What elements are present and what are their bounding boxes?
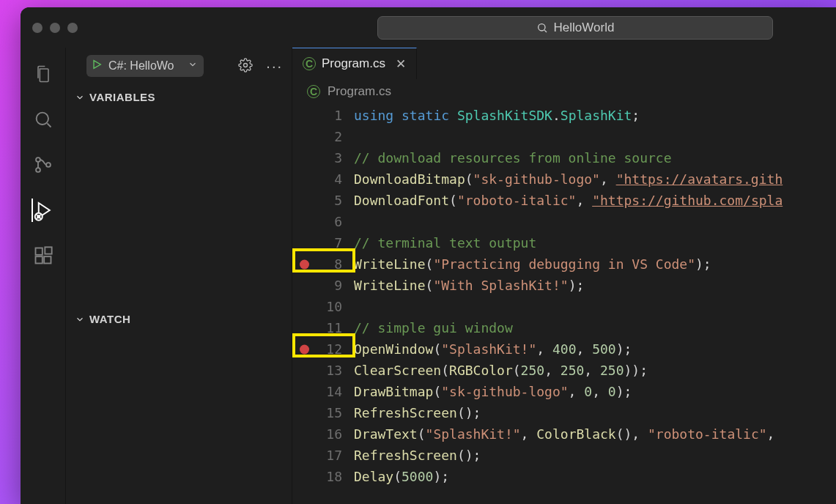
code-line[interactable]: [354, 211, 836, 232]
svg-rect-12: [45, 247, 51, 253]
code-line[interactable]: DrawText("SplashKit!", ColorBlack(), "ro…: [354, 423, 836, 445]
debug-toolbar: C#: HelloWo ···: [66, 48, 292, 85]
editor-tabs: C Program.cs ✕: [292, 48, 836, 80]
watch-section-header[interactable]: WATCH: [66, 307, 292, 331]
close-window-dot[interactable]: [32, 23, 42, 33]
chevron-down-icon[interactable]: [188, 59, 198, 73]
line-number[interactable]: 10: [292, 296, 342, 317]
search-text: HelloWorld: [554, 21, 615, 35]
start-debug-icon[interactable]: [91, 59, 103, 73]
variables-body: [66, 109, 292, 307]
code-content[interactable]: using static SplashKitSDK.SplashKit; // …: [354, 105, 836, 504]
code-line[interactable]: // download resources from online source: [354, 147, 836, 168]
code-line[interactable]: DrawBitmap("sk-github-logo", 0, 0);: [354, 381, 836, 402]
svg-point-6: [46, 163, 51, 167]
command-center-search[interactable]: HelloWorld: [377, 16, 773, 40]
svg-line-1: [544, 30, 547, 32]
code-line[interactable]: [354, 126, 836, 147]
debug-config-label: C#: HelloWo: [108, 59, 174, 73]
line-number[interactable]: 1: [292, 105, 342, 126]
vscode-window: HelloWorld: [21, 7, 836, 504]
explorer-icon[interactable]: [32, 62, 55, 86]
chevron-down-icon: [75, 314, 85, 325]
code-line[interactable]: OpenWindow("SplashKit!", 400, 500);: [354, 338, 836, 360]
line-number[interactable]: 12: [292, 338, 342, 360]
minimize-window-dot[interactable]: [50, 23, 60, 33]
code-line[interactable]: WriteLine("With SplashKit!");: [354, 275, 836, 296]
editor-group: C Program.cs ✕ C Program.cs 123456789101…: [292, 48, 836, 504]
svg-marker-13: [94, 61, 100, 69]
tab-label: Program.cs: [322, 56, 385, 71]
variables-section-header[interactable]: VARIABLES: [66, 85, 292, 109]
line-number[interactable]: 14: [292, 381, 342, 402]
more-icon[interactable]: ···: [266, 58, 283, 75]
line-number[interactable]: 6: [292, 211, 342, 232]
chevron-down-icon: [75, 92, 85, 103]
window-controls: [32, 23, 78, 33]
gear-icon[interactable]: [238, 58, 253, 75]
debug-config-selector[interactable]: C#: HelloWo: [86, 55, 204, 77]
titlebar: HelloWorld: [21, 7, 836, 48]
line-number[interactable]: 7: [292, 232, 342, 253]
code-line[interactable]: DownloadBitmap("sk-github-logo", "https:…: [354, 168, 836, 190]
search-icon: [536, 22, 548, 34]
activity-bar: [21, 48, 66, 504]
line-number[interactable]: 17: [292, 445, 342, 466]
source-control-icon[interactable]: [32, 153, 55, 177]
debug-sidebar: C#: HelloWo ··· VARIABLES: [66, 48, 292, 504]
extensions-icon[interactable]: [32, 244, 55, 267]
line-number[interactable]: 5: [292, 190, 342, 211]
line-number[interactable]: 16: [292, 423, 342, 445]
svg-rect-10: [35, 256, 42, 263]
code-line[interactable]: [354, 296, 836, 317]
run-debug-icon[interactable]: [32, 199, 55, 222]
code-line[interactable]: ClearScreen(RGBColor(250, 250, 250));: [354, 360, 836, 381]
line-number[interactable]: 2: [292, 126, 342, 147]
line-number[interactable]: 18: [292, 466, 342, 487]
breadcrumb[interactable]: C Program.cs: [292, 80, 836, 105]
tab-program-cs[interactable]: C Program.cs ✕: [292, 48, 417, 79]
svg-point-5: [36, 168, 40, 172]
code-line[interactable]: using static SplashKitSDK.SplashKit;: [354, 105, 836, 126]
code-line[interactable]: // simple gui window: [354, 317, 836, 338]
line-number-gutter[interactable]: 123456789101112131415161718: [292, 105, 354, 504]
line-number[interactable]: 4: [292, 168, 342, 190]
code-line[interactable]: RefreshScreen();: [354, 445, 836, 466]
code-line[interactable]: WriteLine("Practicing debugging in VS Co…: [354, 253, 836, 275]
close-tab-icon[interactable]: ✕: [396, 56, 406, 72]
line-number[interactable]: 15: [292, 402, 342, 423]
code-line[interactable]: DownloadFont("roboto-italic", "https://g…: [354, 190, 836, 211]
svg-line-3: [47, 123, 51, 127]
nav-arrows: [335, 21, 355, 34]
svg-rect-11: [44, 256, 51, 263]
search-activity-icon[interactable]: [32, 108, 55, 131]
line-number[interactable]: 11: [292, 317, 342, 338]
svg-point-4: [36, 158, 40, 162]
line-number[interactable]: 13: [292, 360, 342, 381]
code-editor[interactable]: 123456789101112131415161718 using static…: [292, 105, 836, 504]
csharp-file-icon: C: [307, 85, 320, 98]
line-number[interactable]: 3: [292, 147, 342, 168]
svg-point-14: [244, 63, 248, 67]
code-line[interactable]: RefreshScreen();: [354, 402, 836, 423]
svg-rect-9: [35, 248, 42, 255]
code-line[interactable]: Delay(5000);: [354, 466, 836, 487]
line-number[interactable]: 8: [292, 253, 342, 275]
watch-label: WATCH: [89, 313, 130, 325]
csharp-file-icon: C: [303, 57, 316, 70]
code-line[interactable]: // terminal text output: [354, 232, 836, 253]
line-number[interactable]: 9: [292, 275, 342, 296]
svg-point-2: [36, 113, 48, 125]
svg-point-0: [538, 23, 544, 30]
variables-label: VARIABLES: [89, 91, 155, 103]
zoom-window-dot[interactable]: [67, 23, 78, 33]
breadcrumb-label: Program.cs: [328, 84, 391, 99]
